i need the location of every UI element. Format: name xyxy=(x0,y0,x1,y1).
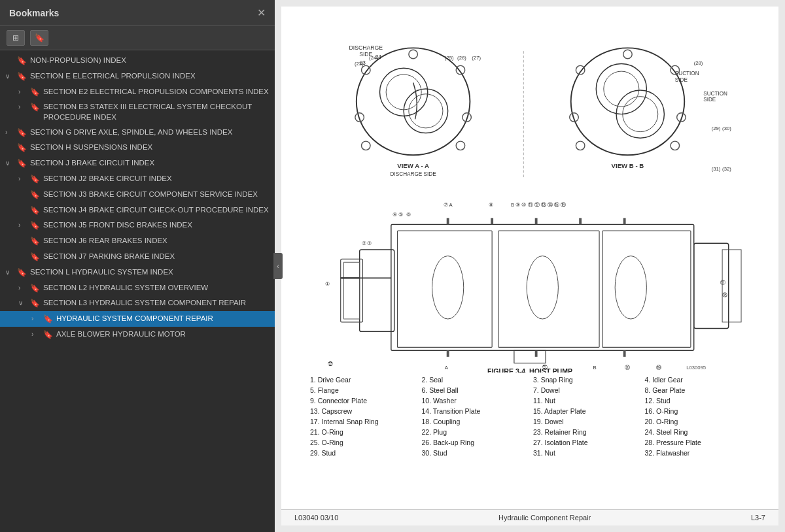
svg-text:(31): (31) xyxy=(712,166,721,172)
bookmark-label: SECTION E ELECTRICAL PROPULSION INDEX xyxy=(30,71,271,81)
part-item: 27. Isolation Plate xyxy=(531,438,641,447)
footer-left: L03040 03/10 xyxy=(294,514,338,522)
bookmark-item[interactable]: 🔖SECTION J7 PARKING BRAKE INDEX xyxy=(0,249,275,265)
part-item: 21. O-Ring xyxy=(307,427,418,437)
bookmark-item[interactable]: 🔖SECTION J3 BRAKE CIRCUIT COMPONENT SERV… xyxy=(0,187,275,203)
bookmark-icon: 🔖 xyxy=(30,220,40,231)
svg-point-6 xyxy=(409,50,418,59)
svg-text:(25): (25) xyxy=(445,55,454,61)
bookmark-icon: 🔖 xyxy=(30,87,40,98)
part-item: 2. Seal xyxy=(419,375,530,384)
toggle-icon[interactable]: › xyxy=(31,330,41,339)
toggle-icon[interactable]: › xyxy=(18,103,27,112)
bookmark-label: SECTION E2 ELECTRICAL PROPULSION COMPONE… xyxy=(43,86,271,97)
toggle-icon[interactable]: ∨ xyxy=(5,72,14,81)
svg-text:⑧: ⑧ xyxy=(489,202,493,208)
bookmark-item[interactable]: ›🔖AXLE BLOWER HYDRAULIC MOTOR xyxy=(0,327,275,342)
bookmark-item[interactable]: ›🔖SECTION L2 HYDRAULIC SYSTEM OVERVIEW xyxy=(0,280,275,296)
bookmark-label: SECTION J BRAKE CIRCUIT INDEX xyxy=(30,158,271,168)
svg-text:⑲: ⑲ xyxy=(656,365,661,371)
parts-list: 1. Drive Gear2. Seal3. Snap Ring4. Idler… xyxy=(307,375,752,457)
svg-text:③: ③ xyxy=(367,241,372,246)
bookmark-icon: 🔖 xyxy=(30,190,40,201)
svg-point-7 xyxy=(456,65,465,75)
part-item: 1. Drive Gear xyxy=(307,375,418,384)
toolbar-btn-bookmark[interactable]: 🔖 xyxy=(30,30,48,46)
bookmark-label: SECTION H SUSPENSIONS INDEX xyxy=(30,142,271,152)
bookmark-item[interactable]: ›🔖HYDRAULIC SYSTEM COMPONENT REPAIR xyxy=(0,311,275,327)
svg-text:(32): (32) xyxy=(722,166,731,172)
bookmark-item[interactable]: ∨🔖SECTION J BRAKE CIRCUIT INDEX xyxy=(0,156,275,171)
svg-point-22 xyxy=(623,97,658,132)
bookmark-tree: 🔖NON-PROPULSION) INDEX∨🔖SECTION E ELECTR… xyxy=(0,50,275,532)
svg-text:SIDE: SIDE xyxy=(703,97,716,103)
bookmark-label: SECTION J7 PARKING BRAKE INDEX xyxy=(43,251,271,261)
bookmark-item[interactable]: ›🔖SECTION J2 BRAKE CIRCUIT INDEX xyxy=(0,171,275,187)
bookmark-label: HYDRAULIC SYSTEM COMPONENT REPAIR xyxy=(56,313,271,324)
bookmark-label: SECTION E3 STATEX III ELECTRICAL SYSTEM … xyxy=(43,101,271,122)
part-item: 7. Dowel xyxy=(531,386,641,395)
svg-point-10 xyxy=(362,141,371,150)
part-item: 24. Steel Ring xyxy=(642,427,753,437)
svg-text:B ⑨ ⑩ ⑪ ⑫ ⑬ ⑭ ⑮ ⑯: B ⑨ ⑩ ⑪ ⑫ ⑬ ⑭ ⑮ ⑯ xyxy=(511,202,566,208)
svg-text:⑦ A: ⑦ A xyxy=(444,202,453,208)
bookmark-label: SECTION J5 FRONT DISC BRAKES INDEX xyxy=(43,220,271,230)
bookmark-item[interactable]: ∨🔖SECTION E ELECTRICAL PROPULSION INDEX xyxy=(0,69,275,84)
bookmark-item[interactable]: ∨🔖SECTION L HYDRAULIC SYSTEM INDEX xyxy=(0,265,275,280)
svg-point-30 xyxy=(576,141,585,150)
svg-rect-50 xyxy=(398,231,493,347)
toggle-icon[interactable]: ∨ xyxy=(5,268,14,277)
svg-text:⑤: ⑤ xyxy=(398,212,403,218)
footer-right: L3-7 xyxy=(751,514,765,522)
part-item: 13. Capscrew xyxy=(307,407,418,416)
svg-rect-47 xyxy=(360,250,394,331)
bookmark-icon: 🔖 xyxy=(17,158,27,169)
toggle-icon[interactable]: › xyxy=(31,314,41,324)
bookmark-item[interactable]: ∨🔖SECTION L3 HYDRAULIC SYSTEM COMPONENT … xyxy=(0,295,275,311)
toggle-icon[interactable]: › xyxy=(18,221,27,230)
part-item: 31. Nut xyxy=(531,448,641,457)
svg-text:VIEW A - A: VIEW A - A xyxy=(397,162,429,169)
part-item: 11. Nut xyxy=(531,396,641,405)
bookmark-label: SECTION J3 BRAKE CIRCUIT COMPONENT SERVI… xyxy=(43,189,271,199)
bookmark-item[interactable]: ›🔖SECTION E3 STATEX III ELECTRICAL SYSTE… xyxy=(0,99,275,124)
bookmark-item[interactable]: 🔖NON-PROPULSION) INDEX xyxy=(0,53,275,69)
toggle-icon[interactable]: › xyxy=(18,175,27,184)
bookmark-label: AXLE BLOWER HYDRAULIC MOTOR xyxy=(56,329,271,339)
bookmark-icon: 🔖 xyxy=(30,102,40,113)
part-item: 10. Washer xyxy=(419,396,530,405)
part-item: 9. Connector Plate xyxy=(307,396,418,405)
part-item: 12. Stud xyxy=(642,396,753,405)
toggle-icon[interactable]: › xyxy=(18,88,27,97)
bookmark-item[interactable]: 🔖SECTION J4 BRAKE CIRCUIT CHECK-OUT PROC… xyxy=(0,203,275,218)
bookmark-item[interactable]: ›🔖SECTION E2 ELECTRICAL PROPULSION COMPO… xyxy=(0,84,275,100)
close-icon[interactable]: ✕ xyxy=(257,7,266,19)
toggle-icon[interactable]: ∨ xyxy=(5,159,14,168)
svg-point-2 xyxy=(404,89,448,133)
svg-text:⑱: ⑱ xyxy=(722,292,727,298)
svg-rect-46 xyxy=(391,224,694,350)
svg-point-26 xyxy=(623,50,633,59)
toggle-icon[interactable]: › xyxy=(18,284,27,293)
sidebar-toolbar: ⊞ 🔖 xyxy=(0,26,275,50)
svg-text:(28): (28) xyxy=(694,60,703,66)
toolbar-btn-grid[interactable]: ⊞ xyxy=(7,30,25,46)
svg-point-31 xyxy=(671,141,680,150)
svg-text:(30): (30) xyxy=(722,125,731,131)
part-item: 22. Plug xyxy=(419,427,530,437)
sidebar-header: Bookmarks ✕ xyxy=(0,0,275,26)
svg-text:FIGURE 3-4. HOIST PUMP: FIGURE 3-4. HOIST PUMP xyxy=(487,367,572,373)
bookmark-icon: 🔖 xyxy=(17,127,27,139)
bookmark-icon: 🔖 xyxy=(30,236,40,247)
bookmark-icon: 🔖 xyxy=(30,174,40,185)
toggle-icon[interactable]: ∨ xyxy=(18,299,27,308)
collapse-handle[interactable]: ‹ xyxy=(273,253,283,279)
bookmark-item[interactable]: ›🔖SECTION J5 FRONT DISC BRAKES INDEX xyxy=(0,218,275,233)
bookmark-icon: 🔖 xyxy=(43,329,53,341)
svg-point-11 xyxy=(456,141,465,150)
bookmark-item[interactable]: ›🔖SECTION G DRIVE AXLE, SPINDLE, AND WHE… xyxy=(0,125,275,141)
bookmark-item[interactable]: 🔖SECTION J6 REAR BRAKES INDEX xyxy=(0,233,275,249)
svg-text:SUCTION: SUCTION xyxy=(675,71,699,76)
toggle-icon[interactable]: › xyxy=(5,128,14,137)
bookmark-item[interactable]: 🔖SECTION H SUSPENSIONS INDEX xyxy=(0,140,275,156)
